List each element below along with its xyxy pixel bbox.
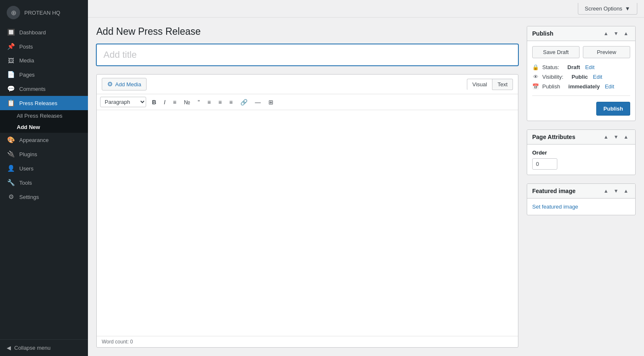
sidebar-item-label: Plugins [19,151,37,157]
add-media-button[interactable]: ⚙ Add Media [102,78,147,90]
site-logo[interactable]: ⊕ PROTEAN HQ [0,0,88,25]
featured-image-header: Featured image ▲ ▼ ▲ [527,184,635,199]
sidebar-item-label: Press Releases [19,100,57,106]
featured-image-up-button[interactable]: ▲ [602,187,610,195]
page-attributes-header: Page Attributes ▲ ▼ ▲ [527,130,635,144]
add-media-label: Add Media [115,81,141,88]
collapse-menu-button[interactable]: ◀ Collapse menu [7,345,81,351]
collapse-icon: ◀ [7,345,11,351]
site-name: PROTEAN HQ [24,10,60,16]
visibility-icon: 👁 [532,74,539,80]
sidebar-item-appearance[interactable]: 🎨 Appearance [0,133,88,147]
sidebar: ⊕ PROTEAN HQ 🔲 Dashboard 📌 Posts 🖼 Media… [0,0,88,356]
visibility-row: 👁 Visibility: Public Edit [532,74,630,80]
schedule-icon: 📅 [532,83,539,90]
blockquote-button[interactable]: " [194,98,203,107]
visibility-value: Public [572,74,588,80]
publish-actions: Save Draft Preview [532,46,630,58]
content-area: Add New Press Release ⚙ Add Media Visual… [88,18,644,356]
sidebar-item-users[interactable]: 👤 Users [0,161,88,175]
sidebar-item-tools[interactable]: 🔧 Tools [0,175,88,190]
align-left-button[interactable]: ≡ [204,98,214,107]
sidebar-item-dashboard[interactable]: 🔲 Dashboard [0,25,88,39]
unordered-list-button[interactable]: ≡ [170,98,180,107]
plugins-icon: 🔌 [7,150,15,158]
sidebar-item-media[interactable]: 🖼 Media [0,54,88,67]
featured-image-down-button[interactable]: ▼ [612,187,620,195]
wp-logo-icon: ⊕ [7,6,20,19]
schedule-edit-link[interactable]: Edit [605,83,614,90]
schedule-label: Publish [542,83,560,90]
sidebar-item-press-releases[interactable]: 📋 Press Releases [0,96,88,110]
tools-icon: 🔧 [7,179,15,186]
sidebar-item-label: Dashboard [19,29,46,36]
insert-link-button[interactable]: 🔗 [237,98,251,107]
sidebar-item-posts[interactable]: 📌 Posts [0,39,88,54]
publish-box-close-button[interactable]: ▲ [622,30,630,37]
schedule-value: immediately [568,83,600,90]
submenu-all-press-releases[interactable]: All Press Releases [0,110,88,121]
page-attributes-down-button[interactable]: ▼ [612,133,620,141]
collapse-label: Collapse menu [14,345,51,351]
save-draft-button[interactable]: Save Draft [532,46,580,58]
order-input[interactable] [532,158,557,170]
tab-text[interactable]: Text [492,79,513,90]
more-button[interactable]: — [252,98,264,107]
tab-visual[interactable]: Visual [467,79,492,90]
sidebar-item-plugins[interactable]: 🔌 Plugins [0,147,88,161]
posts-icon: 📌 [7,43,15,50]
right-sidebar: Publish ▲ ▼ ▲ Save Draft Preview 🔒 [527,26,636,348]
status-edit-link[interactable]: Edit [585,64,594,70]
sidebar-item-label: Posts [19,44,33,50]
featured-image-title: Featured image [532,188,575,194]
visibility-edit-link[interactable]: Edit [593,74,602,80]
featured-image-box: Featured image ▲ ▼ ▲ Set featured image [527,183,636,215]
italic-button[interactable]: I [160,98,169,107]
press-releases-submenu: All Press Releases Add New [0,110,88,133]
sidebar-item-settings[interactable]: ⚙ Settings [0,190,88,204]
editor-footer: Word count: 0 [97,336,518,347]
page-attributes-up-button[interactable]: ▲ [602,133,610,141]
page-attributes-title: Page Attributes [532,134,575,140]
publish-meta: 🔒 Status: Draft Edit 👁 Visibility: Publi… [532,64,630,96]
status-label: Status: [542,64,559,70]
align-center-button[interactable]: ≡ [215,98,225,107]
toolbar-toggle-button[interactable]: ⊞ [265,98,277,107]
page-title: Add New Press Release [96,26,518,37]
screen-options-button[interactable]: Screen Options ▼ [578,3,637,15]
ordered-list-button[interactable]: № [180,98,193,107]
publish-footer: Publish [532,102,630,116]
set-featured-image-link[interactable]: Set featured image [532,204,578,210]
publish-button[interactable]: Publish [596,102,630,116]
sidebar-item-label: Appearance [19,137,49,143]
users-icon: 👤 [7,165,15,172]
settings-icon: ⚙ [7,193,15,201]
publish-box-title: Publish [532,30,554,37]
sidebar-item-label: Tools [19,180,32,186]
sidebar-item-pages[interactable]: 📄 Pages [0,67,88,82]
publish-box-up-button[interactable]: ▲ [602,30,610,37]
publish-box-body: Save Draft Preview 🔒 Status: Draft Edit … [527,41,635,121]
editor-body[interactable] [97,110,518,336]
sidebar-item-label: Media [19,57,34,64]
align-right-button[interactable]: ≡ [226,98,236,107]
sidebar-item-label: Comments [19,86,46,92]
publish-box-header: Publish ▲ ▼ ▲ [527,26,635,41]
main-content: Screen Options ▼ Add New Press Release ⚙… [88,0,644,356]
publish-box-controls: ▲ ▼ ▲ [602,30,630,37]
press-releases-icon: 📋 [7,99,15,107]
featured-image-close-button[interactable]: ▲ [622,187,630,195]
sidebar-item-comments[interactable]: 💬 Comments [0,82,88,96]
paragraph-format-select[interactable]: Paragraph Heading 1 Heading 2 Heading 3 … [100,97,146,107]
preview-button[interactable]: Preview [583,46,630,58]
editor-top-bar: ⚙ Add Media Visual Text [97,75,518,94]
editor-wrap: ⚙ Add Media Visual Text Paragraph Headin… [96,74,518,348]
publish-box-down-button[interactable]: ▼ [612,30,620,37]
bold-button[interactable]: B [149,98,160,107]
dashboard-icon: 🔲 [7,28,15,36]
submenu-add-new[interactable]: Add New [0,121,88,133]
schedule-row: 📅 Publish immediately Edit [532,83,630,90]
page-attributes-close-button[interactable]: ▲ [622,133,630,141]
title-input[interactable] [96,44,518,66]
page-attributes-controls: ▲ ▼ ▲ [602,133,630,141]
